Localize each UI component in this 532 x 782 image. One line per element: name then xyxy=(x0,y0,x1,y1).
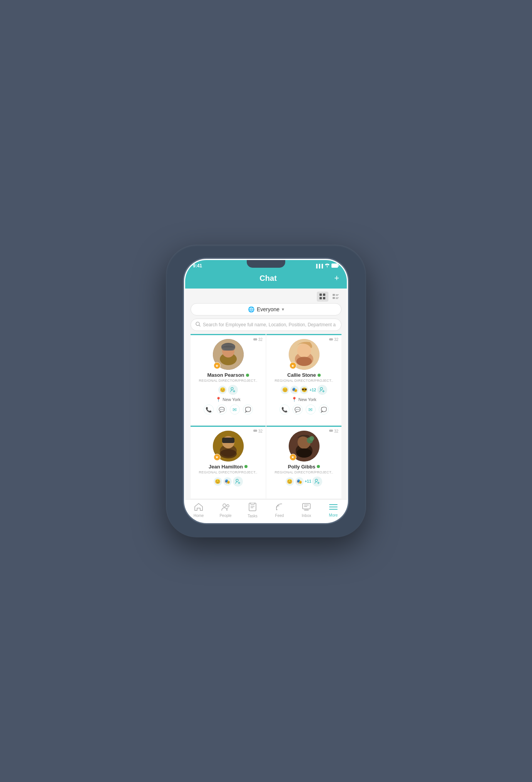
person-name-mason: Mason Pearson xyxy=(207,372,249,378)
nav-inbox[interactable]: Inbox xyxy=(297,503,316,518)
location-mason: 📍 New York xyxy=(216,397,240,402)
svg-rect-2 xyxy=(320,294,322,296)
search-icon xyxy=(196,322,201,328)
grid-view-button[interactable] xyxy=(317,292,328,302)
grid-icon xyxy=(319,293,326,300)
status-time: 9:41 xyxy=(193,263,202,268)
view-toggle xyxy=(185,289,347,303)
card-count-mason: 32 xyxy=(253,337,263,342)
card-count-jean: 32 xyxy=(253,429,263,433)
nav-home-label: Home xyxy=(194,514,204,518)
chevron-down-icon: ▾ xyxy=(282,307,284,312)
person-card-callie: 32 ★ xyxy=(266,334,341,425)
emoji-1-polly: 😊 xyxy=(286,477,294,486)
svg-rect-58 xyxy=(251,503,254,504)
svg-point-15 xyxy=(255,338,257,341)
emoji-2-callie: 🎭 xyxy=(290,386,299,394)
svg-point-45 xyxy=(331,430,333,432)
person-card-polly: 32 xyxy=(266,426,341,499)
add-connection-polly[interactable] xyxy=(312,477,322,487)
nav-more-label: More xyxy=(329,513,338,517)
emoji-row-polly: 😊 🎭 +11 xyxy=(286,477,323,487)
people-icon xyxy=(221,503,230,513)
avatar-polly: ★ xyxy=(289,431,320,461)
svg-point-29 xyxy=(296,357,312,366)
person-name-jean: Jean Hamilton xyxy=(209,464,248,470)
svg-point-51 xyxy=(309,436,314,441)
person-name-polly: Polly Gibbs xyxy=(288,464,320,470)
svg-point-56 xyxy=(227,505,229,507)
sms-button-mason[interactable]: 💬 xyxy=(217,404,227,414)
nav-people-label: People xyxy=(219,514,231,518)
person-role-polly: REGIONAL DIRECTOR/PROJECT.. xyxy=(274,470,333,474)
filter-label: Everyone xyxy=(257,306,279,312)
email-button-mason[interactable]: ✉ xyxy=(230,404,240,414)
globe-icon: 🌐 xyxy=(248,306,254,312)
svg-rect-7 xyxy=(336,294,339,295)
emoji-row-mason: 😊 xyxy=(218,385,238,395)
list-view-button[interactable] xyxy=(330,292,341,302)
inbox-icon xyxy=(302,503,311,513)
wifi-icon xyxy=(325,263,330,268)
add-connection-callie[interactable] xyxy=(317,385,327,395)
svg-point-41 xyxy=(236,479,238,482)
email-button-callie[interactable]: ✉ xyxy=(306,404,316,414)
search-placeholder-text: Search for Employee full name, Location,… xyxy=(203,322,336,327)
svg-point-40 xyxy=(220,449,237,458)
svg-rect-8 xyxy=(336,295,338,296)
app-title: Chat xyxy=(259,274,276,283)
svg-rect-9 xyxy=(333,297,335,299)
emoji-2-jean: 🎭 xyxy=(223,477,232,486)
call-button-callie[interactable]: 📞 xyxy=(279,404,289,414)
person-card-mason: 32 ★ xyxy=(191,334,266,425)
people-grid: 32 ★ xyxy=(185,334,347,499)
emoji-row-jean: 😊 🎭 xyxy=(214,477,243,487)
nav-feed[interactable]: Feed xyxy=(270,503,289,518)
avatar-callie: ★ xyxy=(289,339,320,370)
svg-point-55 xyxy=(223,504,226,507)
svg-rect-39 xyxy=(222,438,234,443)
svg-rect-5 xyxy=(323,297,325,299)
status-icons: ▐▐▐ xyxy=(315,263,339,268)
action-row-callie: 📞 💬 ✉ 💭 xyxy=(279,404,329,414)
person-role-mason: REGIONAL DIRECTOR/PROJECT.. xyxy=(199,379,257,383)
avatar-mason: ★ xyxy=(213,339,244,370)
person-role-callie: REGIONAL DIRECTOR/PROJECT.. xyxy=(274,379,333,383)
svg-rect-62 xyxy=(303,503,310,509)
chat-button-callie[interactable]: 💭 xyxy=(319,404,329,414)
add-connection-jean[interactable] xyxy=(233,477,243,487)
call-button-mason[interactable]: 📞 xyxy=(204,404,214,414)
add-connection-mason[interactable] xyxy=(228,385,238,395)
filter-bar[interactable]: 🌐 Everyone ▾ xyxy=(191,303,341,315)
nav-tasks-label: Tasks xyxy=(248,514,258,518)
new-chat-button[interactable]: + xyxy=(334,273,339,283)
notch xyxy=(247,260,285,268)
svg-point-61 xyxy=(276,509,278,510)
svg-line-13 xyxy=(199,325,200,326)
location-pin-icon-callie: 📍 xyxy=(291,397,297,402)
emoji-row-callie: 😊 🎭 😎 +12 xyxy=(281,385,327,395)
svg-point-52 xyxy=(315,479,318,482)
person-card-jean: 32 ★ xyxy=(191,426,266,499)
svg-rect-3 xyxy=(323,294,325,296)
battery-icon xyxy=(331,263,339,268)
nav-home[interactable]: Home xyxy=(189,503,208,518)
svg-rect-6 xyxy=(333,294,335,296)
nav-tasks[interactable]: Tasks xyxy=(243,503,262,518)
nav-people[interactable]: People xyxy=(216,503,235,518)
person-role-jean: REGIONAL DIRECTOR/PROJECT.. xyxy=(199,470,257,474)
list-icon xyxy=(332,293,339,300)
svg-rect-11 xyxy=(336,299,338,299)
nav-more[interactable]: More xyxy=(324,503,343,517)
device-inner: 9:41 ▐▐▐ xyxy=(185,260,347,522)
app-content: 🌐 Everyone ▾ Search for Employee full na… xyxy=(185,289,347,499)
svg-rect-10 xyxy=(336,297,339,298)
extra-count-polly: +11 xyxy=(305,479,311,483)
online-indicator-mason xyxy=(246,374,249,377)
app-header: Chat + xyxy=(185,270,347,289)
star-badge-mason: ★ xyxy=(214,362,221,369)
card-count-polly: 32 xyxy=(329,429,338,433)
chat-button-mason[interactable]: 💭 xyxy=(243,404,253,414)
device-outer: 9:41 ▐▐▐ xyxy=(166,245,366,537)
sms-button-callie[interactable]: 💬 xyxy=(293,404,303,414)
